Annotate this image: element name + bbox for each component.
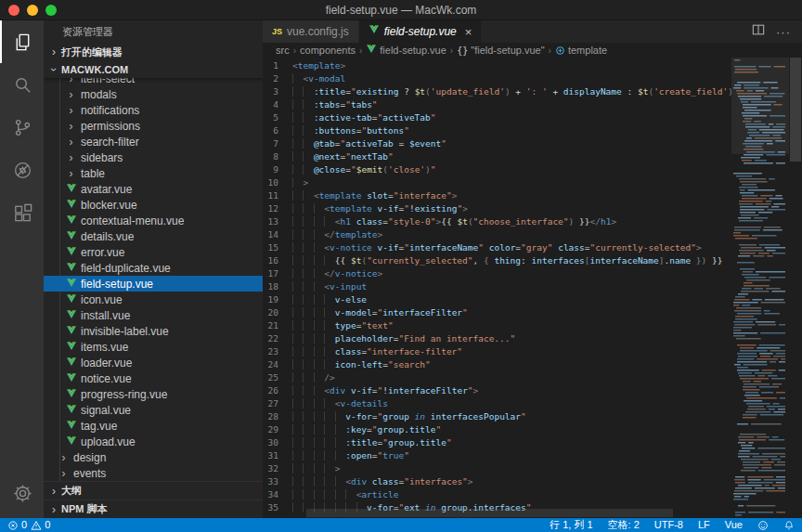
tree-item-icon.vue[interactable]: icon.vue — [44, 292, 263, 307]
tree-item-details.vue[interactable]: details.vue — [44, 228, 263, 244]
code-line: 31 :open="true" — [263, 449, 731, 462]
code-editor[interactable]: 1<template>2 <v-modal3 :title="existing … — [263, 58, 802, 518]
tree-item-design[interactable]: ›design — [44, 449, 263, 465]
breadcrumb-separator: › — [549, 45, 551, 56]
vertical-scrollbar[interactable] — [789, 58, 802, 518]
zoom-window-button[interactable] — [45, 5, 57, 16]
tree-item-tag.vue[interactable]: tag.vue — [44, 418, 263, 434]
tree-item-items.vue[interactable]: items.vue — [44, 339, 263, 355]
breadcrumb-item[interactable]: field-setup.vue — [366, 45, 446, 57]
tree-item-permissions[interactable]: ›permissions — [44, 118, 263, 134]
open-editors-section[interactable]: › 打开的编辑器 — [44, 43, 263, 61]
split-editor-icon[interactable] — [752, 23, 765, 40]
tree-item-progress-ring.vue[interactable]: progress-ring.vue — [44, 386, 263, 402]
code-line: 16 {{ $t("currently_selected", { thing: … — [263, 254, 731, 267]
code-line: 2 <v-modal — [263, 72, 731, 85]
breadcrumb-item[interactable]: components — [300, 45, 356, 56]
sidebar-explorer: 资源管理器 › 打开的编辑器 › MACWK.COM ›item-select›… — [44, 20, 263, 518]
line-number: 17 — [263, 267, 292, 280]
tree-item-error.vue[interactable]: error.vue — [44, 244, 263, 260]
npm-scripts-section[interactable]: › NPM 脚本 — [44, 500, 263, 518]
problems-errors[interactable]: 0 — [7, 520, 27, 531]
code-line: 19 v-else — [263, 293, 731, 306]
close-icon[interactable]: × — [465, 26, 472, 38]
cursor-position[interactable]: 行 1, 列 1 — [550, 520, 592, 530]
problems-warnings[interactable]: 0 — [31, 520, 50, 531]
code-line: 24 icon-left="search" — [263, 358, 731, 371]
line-number: 29 — [263, 423, 292, 436]
tab-vue.config.js[interactable]: JSvue.config.js — [263, 20, 359, 43]
chevron-right-icon: › — [64, 120, 78, 133]
tree-item-signal.vue[interactable]: signal.vue — [44, 402, 263, 418]
line-number: 13 — [263, 215, 292, 228]
vue-file-icon — [64, 200, 78, 210]
tree-item-notifications[interactable]: ›notifications — [44, 102, 263, 118]
tree-item-label: search-filter — [81, 136, 139, 149]
language-mode[interactable]: Vue — [725, 520, 743, 530]
notifications-bell-icon[interactable] — [783, 520, 795, 531]
minimize-window-button[interactable] — [27, 5, 38, 16]
outline-section[interactable]: › 大纲 — [44, 481, 263, 500]
tree-item-sidebars[interactable]: ›sidebars — [44, 149, 263, 165]
tree-item-invisible-label.vue[interactable]: invisible-label.vue — [44, 323, 263, 339]
line-number: 21 — [263, 319, 292, 332]
error-count: 0 — [21, 520, 27, 530]
code-lines[interactable]: 1<template>2 <v-modal3 :title="existing … — [263, 59, 731, 514]
close-window-button[interactable] — [8, 5, 19, 16]
code-line: 28 v-for="group in interfacesPopular" — [263, 410, 731, 423]
vue-file-icon — [64, 342, 78, 352]
tree-item-events[interactable]: ›events — [44, 465, 263, 481]
tree-item-label: install.vue — [81, 309, 130, 322]
file-encoding[interactable]: UTF-8 — [654, 520, 683, 530]
explorer-icon[interactable] — [0, 20, 44, 63]
tree-item-install.vue[interactable]: install.vue — [44, 307, 263, 323]
horizontal-scrollbar-thumb[interactable] — [306, 509, 673, 517]
feedback-smiley-icon[interactable] — [757, 520, 769, 531]
code-line: 17 </v-notice> — [263, 267, 731, 280]
vertical-scrollbar-thumb[interactable] — [790, 58, 801, 162]
chevron-right-icon: › — [64, 88, 78, 101]
source-control-icon[interactable] — [0, 106, 44, 149]
tree-item-field-duplicate.vue[interactable]: field-duplicate.vue — [44, 260, 263, 276]
tree-item-contextual-menu.vue[interactable]: contextual-menu.vue — [44, 213, 263, 228]
tree-item-upload.vue[interactable]: upload.vue — [44, 434, 263, 449]
tree-item-loader.vue[interactable]: loader.vue — [44, 355, 263, 370]
tree-item-label: blocker.vue — [81, 199, 137, 212]
tree-item-modals[interactable]: ›modals — [44, 86, 263, 102]
code-line: 23 class="interface-filter" — [263, 345, 731, 358]
code-line: 32 > — [263, 462, 731, 475]
breadcrumb-separator: › — [450, 45, 453, 56]
tree-item-table[interactable]: ›table — [44, 165, 263, 181]
tab-field-setup.vue[interactable]: field-setup.vue× — [359, 20, 483, 43]
vue-file-icon — [64, 421, 78, 431]
tree-item-avatar.vue[interactable]: avatar.vue — [44, 181, 263, 197]
more-actions-icon[interactable]: ··· — [776, 25, 791, 39]
code-line: 18 <v-input — [263, 280, 731, 293]
window-controls — [0, 5, 57, 16]
debug-icon[interactable] — [0, 149, 44, 191]
line-number: 16 — [263, 254, 292, 267]
breadcrumb-item[interactable]: {}"field-setup.vue" — [457, 45, 544, 56]
tree-item-notice.vue[interactable]: notice.vue — [44, 370, 263, 386]
chevron-right-icon: › — [57, 451, 71, 464]
search-icon[interactable] — [0, 63, 44, 106]
tree-item-label: field-duplicate.vue — [81, 262, 171, 275]
breadcrumb-item[interactable]: template — [555, 45, 607, 56]
tree-item-item-select[interactable]: ›item-select — [44, 78, 263, 86]
minimap[interactable] — [731, 58, 789, 518]
extensions-icon[interactable] — [0, 191, 44, 234]
line-number: 19 — [263, 293, 292, 306]
workspace-root-section[interactable]: › MACWK.COM — [44, 61, 263, 78]
tree-item-blocker.vue[interactable]: blocker.vue — [44, 197, 263, 213]
line-number: 2 — [263, 72, 292, 85]
indentation-setting[interactable]: 空格: 2 — [608, 520, 640, 530]
tree-item-label: item-select — [81, 78, 135, 85]
tree-item-search-filter[interactable]: ›search-filter — [44, 134, 263, 149]
end-of-line[interactable]: LF — [698, 520, 710, 530]
breadcrumb-item[interactable]: src — [276, 45, 290, 56]
line-number: 3 — [263, 85, 292, 98]
tree-item-field-setup.vue[interactable]: field-setup.vue — [44, 276, 263, 292]
line-number: 25 — [263, 371, 292, 384]
code-line: 3 :title="existing ? $t('update_field') … — [263, 85, 731, 98]
settings-gear-icon[interactable] — [0, 472, 44, 514]
